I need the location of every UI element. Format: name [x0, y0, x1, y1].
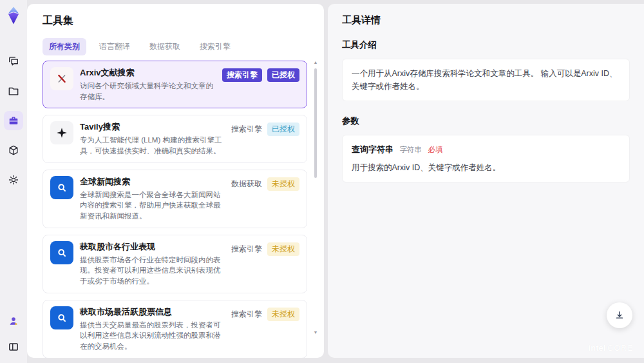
sidebar-item-models[interactable]	[4, 141, 23, 160]
download-button[interactable]	[607, 302, 632, 328]
intro-box: 一个用于从Arxiv存储库搜索科学论文和文章的工具。 输入可以是Arxiv ID…	[342, 59, 630, 101]
param-header: 查询字符串 字符串 必填	[352, 143, 620, 157]
scrollbar[interactable]: ▲ ▼	[312, 59, 319, 354]
detail-panel: 工具详情 工具介绍 一个用于从Arxiv存储库搜索科学论文和文章的工具。 输入可…	[328, 4, 644, 358]
sidebar-item-tools[interactable]	[4, 111, 23, 130]
panel-toggle-icon	[7, 340, 20, 353]
cube-icon	[7, 144, 20, 157]
search-engine-icon	[55, 246, 68, 259]
diamond-logo-icon	[5, 6, 22, 25]
category-tab[interactable]: 数据获取	[143, 38, 187, 55]
scrollbar-down-arrow[interactable]: ▼	[312, 329, 319, 336]
search-engine-icon	[55, 181, 68, 194]
param-name: 查询字符串	[352, 144, 393, 154]
scrollbar-up-arrow[interactable]: ▲	[312, 59, 319, 66]
download-icon	[614, 309, 625, 321]
param-box: 查询字符串 字符串 必填 用于搜索的Arxiv ID、关键字或作者姓名。	[342, 135, 630, 182]
tool-card[interactable]: Tavily搜索 专为人工智能代理 (LLM) 构建的搜索引擎工具，可快速提供实…	[43, 115, 307, 162]
tool-name: 全球新闻搜索	[80, 176, 225, 188]
user-icon	[7, 315, 20, 328]
sidebar-item-settings[interactable]	[4, 170, 23, 190]
folder-icon	[7, 84, 20, 97]
tool-name: Arxiv文献搜索	[80, 67, 216, 79]
category-tab[interactable]: 搜索引擎	[193, 38, 237, 55]
intel-brand-text: intel	[589, 343, 606, 353]
tool-description: 专为人工智能代理 (LLM) 构建的搜索引擎工具，可快速提供实时、准确和真实的结…	[80, 135, 225, 156]
category-tab[interactable]: 语言翻译	[93, 38, 137, 55]
tool-card[interactable]: 全球新闻搜索 全球新闻搜索是一个聚合全球各大新闻网站内容的搜索引擎，帮助用户快速…	[43, 170, 307, 228]
param-required-badge: 必填	[428, 146, 442, 153]
tool-card[interactable]: 获取股市各行业表现 提供股票市场各个行业在特定时间段内的表现。投资者可以利用这些…	[43, 235, 307, 293]
intel-core-logo: intel CORE	[589, 343, 634, 353]
tool-description: 提供股票市场各个行业在特定时间段内的表现。投资者可以利用这些信息来识别表现优于或…	[80, 255, 225, 287]
app-logo[interactable]	[4, 5, 23, 26]
tool-name: 获取股市各行业表现	[80, 241, 225, 253]
sidebar-nav	[4, 52, 23, 190]
auth-status-badge: 未授权	[267, 308, 299, 321]
tool-name: 获取市场最活跃股票信息	[80, 306, 225, 318]
category-badge: 搜索引擎	[231, 123, 262, 136]
sidebar-bottom	[4, 311, 23, 357]
auth-status-badge: 已授权	[267, 68, 299, 82]
sidebar-item-files[interactable]	[4, 81, 23, 101]
sidebar	[0, 0, 27, 363]
category-badge: 搜索引擎	[222, 68, 262, 82]
param-type: 字符串	[399, 146, 422, 153]
category-badge: 数据获取	[231, 177, 262, 191]
category-tab[interactable]: 所有类别	[43, 38, 86, 55]
search-engine-icon	[55, 311, 68, 324]
tool-card[interactable]: Arxiv文献搜索 访问各个研究领域大量科学论文和文章的存储库。 搜索引擎 已授…	[43, 61, 307, 108]
auth-status-badge: 已授权	[267, 123, 299, 136]
sidebar-item-chat[interactable]	[4, 52, 23, 71]
toolbox-icon	[7, 114, 20, 127]
auth-status-badge: 未授权	[267, 177, 299, 191]
gear-icon	[7, 173, 20, 186]
category-badge: 搜索引擎	[231, 308, 262, 321]
scrollbar-thumb[interactable]	[314, 68, 317, 178]
tool-description: 提供当天交易量最高的股票列表，投资者可以利用这些信息来识别流动性强的股票和潜在的…	[80, 320, 225, 352]
core-brand-text: CORE	[607, 344, 634, 353]
category-tabs: 所有类别 语言翻译 数据获取 搜索引擎	[43, 38, 305, 55]
arxiv-logo-icon	[55, 72, 69, 86]
category-badge: 搜索引擎	[231, 242, 262, 256]
tool-description: 访问各个研究领域大量科学论文和文章的存储库。	[80, 81, 216, 102]
tool-card[interactable]: 获取市场最活跃股票信息 提供当天交易量最高的股票列表，投资者可以利用这些信息来识…	[43, 300, 307, 358]
detail-title: 工具详情	[342, 14, 630, 26]
param-description: 用于搜索的Arxiv ID、关键字或作者姓名。	[352, 161, 620, 174]
sidebar-item-user[interactable]	[4, 311, 23, 331]
auth-status-badge: 未授权	[267, 242, 299, 256]
sidebar-item-panel-toggle[interactable]	[4, 337, 23, 357]
page-title: 工具集	[43, 14, 305, 28]
intro-heading: 工具介绍	[342, 39, 630, 51]
chat-icon	[7, 55, 20, 68]
sparkle-icon	[55, 126, 69, 140]
params-heading: 参数	[342, 115, 630, 127]
tool-list: Arxiv文献搜索 访问各个研究领域大量科学论文和文章的存储库。 搜索引擎 已授…	[43, 61, 307, 358]
tools-panel: 工具集 所有类别 语言翻译 数据获取 搜索引擎 Arxiv文献搜索 访问各个研究…	[27, 4, 324, 358]
tool-description: 全球新闻搜索是一个聚合全球各大新闻网站内容的搜索引擎，帮助用户快速获取全球最新资…	[80, 190, 225, 222]
tool-name: Tavily搜索	[80, 121, 225, 133]
